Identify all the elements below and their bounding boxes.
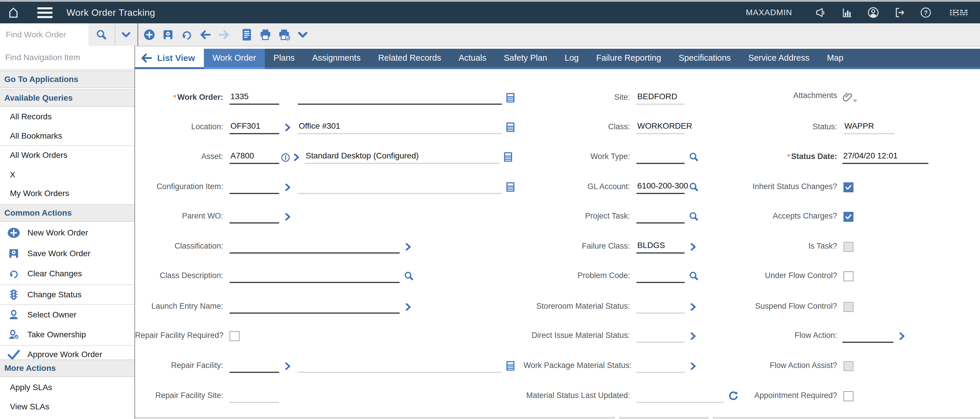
home-icon[interactable] xyxy=(6,6,21,19)
asset-description-input[interactable]: Standard Desktop (Configured) xyxy=(305,151,500,164)
tab-actuals[interactable]: Actuals xyxy=(450,49,495,67)
tab-assignments[interactable]: Assignments xyxy=(303,49,369,67)
long-description-icon[interactable] xyxy=(506,361,515,371)
query-my-work-orders[interactable]: My Work Orders xyxy=(0,187,134,200)
chevron-right-icon[interactable] xyxy=(283,123,292,132)
hamburger-menu-icon[interactable] xyxy=(37,7,52,18)
clear-changes-icon[interactable] xyxy=(180,28,193,42)
new-record-icon[interactable] xyxy=(143,28,156,42)
find-navigation-input[interactable] xyxy=(0,46,134,69)
magnifier-icon[interactable] xyxy=(404,271,414,281)
chevron-right-icon[interactable] xyxy=(689,331,697,341)
long-description-icon[interactable] xyxy=(506,182,515,192)
problem-code-input[interactable] xyxy=(636,270,684,283)
paperclip-icon[interactable]: » xyxy=(842,91,853,103)
available-queries-header[interactable]: Available Queries xyxy=(0,89,134,107)
tab-service-address[interactable]: Service Address xyxy=(740,49,818,67)
appointment-required-checkbox[interactable] xyxy=(843,391,853,401)
sign-out-icon[interactable] xyxy=(893,6,906,19)
previous-record-icon[interactable] xyxy=(199,28,212,42)
action-clear-changes[interactable]: Clear Changes xyxy=(0,267,134,280)
chevron-right-icon[interactable] xyxy=(897,331,906,341)
action-change-status[interactable]: Change Status xyxy=(0,288,134,301)
magnifier-icon[interactable] xyxy=(689,211,699,222)
chevron-right-icon[interactable] xyxy=(292,152,301,162)
work-order-description-input[interactable] xyxy=(298,92,502,105)
magnifier-icon[interactable] xyxy=(689,152,699,162)
action-take-ownership[interactable]: Take Ownership xyxy=(0,328,134,341)
find-search-button[interactable] xyxy=(88,23,115,46)
print-icon[interactable] xyxy=(259,28,272,42)
chevron-right-icon[interactable] xyxy=(689,242,697,252)
accepts-charges-checkbox[interactable] xyxy=(843,212,853,222)
configuration-item-description-input[interactable] xyxy=(298,181,502,194)
chevron-right-icon[interactable] xyxy=(283,182,292,192)
under-flow-control-checkbox[interactable] xyxy=(843,271,853,281)
chevron-right-icon[interactable] xyxy=(689,302,697,312)
long-description-icon[interactable] xyxy=(506,92,515,103)
query-all-bookmarks[interactable]: All Bookmarks xyxy=(0,129,134,143)
tab-log[interactable]: Log xyxy=(556,49,587,67)
action-apply-slas[interactable]: Apply SLAs xyxy=(0,381,134,394)
long-description-icon[interactable] xyxy=(504,152,512,162)
common-actions-header[interactable]: Common Actions xyxy=(0,204,134,222)
long-description-icon[interactable] xyxy=(506,122,515,132)
action-new-work-order[interactable]: New Work Order xyxy=(0,226,134,239)
magnifier-icon[interactable] xyxy=(689,182,699,192)
query-all-records[interactable]: All Records xyxy=(0,110,134,123)
classification-input[interactable] xyxy=(229,241,399,253)
print-with-attachments-icon[interactable] xyxy=(278,28,291,42)
reports-icon[interactable] xyxy=(240,28,253,42)
work-type-input[interactable] xyxy=(636,151,684,164)
bulletins-icon[interactable] xyxy=(815,6,827,19)
chevron-right-icon[interactable] xyxy=(283,361,292,371)
gl-account-input[interactable]: 6100-200-300 xyxy=(636,181,684,194)
refresh-icon[interactable] xyxy=(728,390,739,401)
next-record-icon[interactable] xyxy=(218,28,231,42)
magnifier-icon[interactable] xyxy=(689,271,699,281)
flow-action-input[interactable] xyxy=(842,330,893,343)
project-task-input[interactable] xyxy=(636,211,684,223)
repair-facility-input[interactable] xyxy=(229,360,279,373)
go-to-applications-header[interactable]: Go To Applications xyxy=(0,71,134,88)
find-work-order-input[interactable] xyxy=(0,23,88,46)
action-save-work-order[interactable]: Save Work Order xyxy=(0,247,134,260)
chevron-right-icon[interactable] xyxy=(283,212,292,222)
configuration-item-input[interactable] xyxy=(229,181,279,194)
chevron-right-icon[interactable] xyxy=(404,242,412,252)
work-order-input[interactable]: 1335 xyxy=(229,92,279,105)
status-date-input[interactable]: 27/04/20 12:01 xyxy=(842,151,928,164)
chevron-right-icon[interactable] xyxy=(404,302,412,312)
tab-map[interactable]: Map xyxy=(818,49,852,67)
profile-icon[interactable] xyxy=(867,6,880,19)
more-actions-header[interactable]: More Actions xyxy=(0,360,134,377)
help-icon[interactable]: ? xyxy=(920,6,932,19)
inherit-status-changes-checkbox[interactable] xyxy=(843,182,853,192)
failure-class-input[interactable]: BLDGS xyxy=(636,241,684,253)
reports-chart-icon[interactable] xyxy=(841,6,853,19)
tab-related-records[interactable]: Related Records xyxy=(369,49,450,67)
location-input[interactable]: OFF301 xyxy=(229,121,279,134)
asset-input[interactable]: A7800 xyxy=(229,151,279,164)
tab-failure-reporting[interactable]: Failure Reporting xyxy=(587,49,670,67)
find-options-chevron-icon[interactable] xyxy=(115,23,137,46)
tab-specifications[interactable]: Specifications xyxy=(670,49,740,67)
class-description-input[interactable] xyxy=(229,270,399,283)
action-select-owner[interactable]: Select Owner xyxy=(0,308,134,322)
tab-safety-plan[interactable]: Safety Plan xyxy=(495,49,556,67)
location-description-input[interactable]: Office #301 xyxy=(298,121,502,134)
tab-plans[interactable]: Plans xyxy=(265,49,304,67)
query-x[interactable]: X xyxy=(0,168,134,182)
action-view-slas[interactable]: View SLAs xyxy=(0,400,134,413)
logged-in-user[interactable]: MAXADMIN xyxy=(746,8,792,17)
save-record-icon[interactable] xyxy=(162,28,174,42)
parent-wo-input[interactable] xyxy=(229,211,279,223)
repair-facility-required-checkbox[interactable] xyxy=(229,331,239,341)
query-all-work-orders[interactable]: All Work Orders xyxy=(0,148,134,162)
repair-facility-description-input[interactable] xyxy=(298,360,502,373)
chevron-right-icon[interactable] xyxy=(689,361,697,371)
tab-work-order[interactable]: Work Order xyxy=(204,49,265,67)
back-to-list-view[interactable]: List View xyxy=(135,49,204,67)
launch-entry-name-input[interactable] xyxy=(229,301,399,314)
more-toolbar-actions-chevron-icon[interactable] xyxy=(296,28,309,42)
